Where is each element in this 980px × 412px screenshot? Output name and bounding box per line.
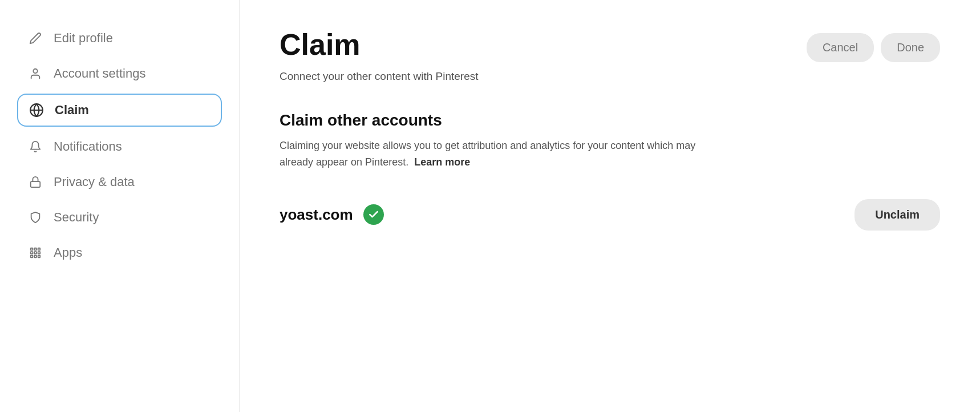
section-description-text: Claiming your website allows you to get … [280,140,695,168]
sidebar-item-account-settings-label: Account settings [54,66,145,81]
page-title: Claim [280,29,361,61]
svg-rect-9 [38,252,41,254]
claimed-domain-row: yoast.com Unclaim [280,199,940,231]
sidebar-item-security[interactable]: Security [17,202,222,233]
cancel-button[interactable]: Cancel [807,33,874,62]
unclaim-button[interactable]: Unclaim [855,199,940,231]
sidebar-item-edit-profile-label: Edit profile [54,31,113,46]
sidebar-item-edit-profile[interactable]: Edit profile [17,23,222,54]
sidebar-item-apps-label: Apps [54,245,82,260]
svg-rect-10 [31,256,33,258]
svg-point-0 [33,69,37,73]
person-icon [27,67,43,80]
globe-icon [29,103,44,118]
grid-icon [27,247,43,259]
svg-rect-6 [38,248,41,251]
learn-more-link[interactable]: Learn more [414,156,470,168]
verified-badge [363,204,384,225]
lock-icon [27,176,43,188]
sidebar-item-claim[interactable]: Claim [17,94,222,127]
svg-rect-11 [34,256,37,258]
shield-icon [27,211,43,224]
svg-rect-3 [31,181,41,187]
svg-rect-8 [34,252,37,254]
sidebar: Edit profile Account settings Claim [0,0,240,412]
sidebar-item-claim-label: Claim [55,103,89,118]
sidebar-item-notifications[interactable]: Notifications [17,131,222,162]
sidebar-item-notifications-label: Notifications [54,139,122,154]
svg-rect-12 [38,256,41,258]
sidebar-item-account-settings[interactable]: Account settings [17,58,222,89]
page-subtitle: Connect your other content with Pinteres… [280,70,940,83]
done-button[interactable]: Done [881,33,940,62]
svg-rect-5 [34,248,37,251]
pencil-icon [27,32,43,45]
sidebar-item-apps[interactable]: Apps [17,237,222,268]
section-description: Claiming your website allows you to get … [280,138,724,171]
svg-rect-7 [31,252,33,254]
main-content: Claim Cancel Done Connect your other con… [240,0,980,412]
header-buttons: Cancel Done [807,29,940,62]
main-header: Claim Cancel Done [280,29,940,62]
sidebar-item-privacy-data[interactable]: Privacy & data [17,167,222,197]
svg-rect-4 [31,248,33,251]
sidebar-item-privacy-data-label: Privacy & data [54,175,135,189]
bell-icon [27,140,43,153]
section-title: Claim other accounts [280,111,940,130]
sidebar-item-security-label: Security [54,210,99,225]
claimed-domain-name: yoast.com [280,206,353,224]
